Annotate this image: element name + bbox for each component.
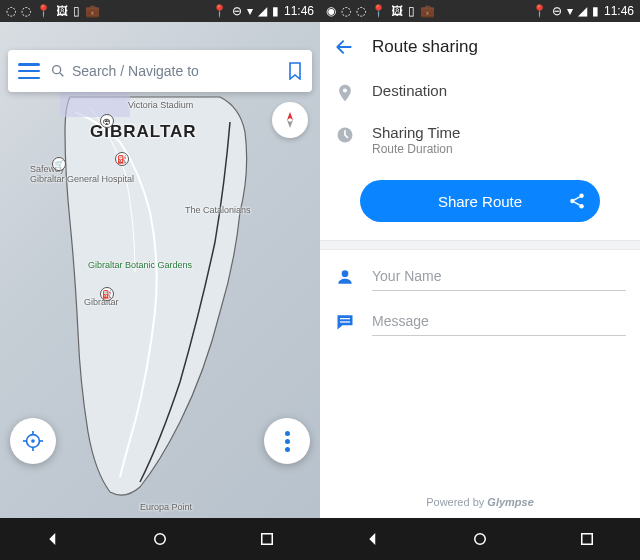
sharing-time-row[interactable]: Sharing Time Route Duration xyxy=(320,114,640,166)
bulb-icon: ◌ xyxy=(6,5,16,17)
message-field[interactable] xyxy=(372,307,626,336)
search-input[interactable]: Search / Navigate to xyxy=(50,63,278,79)
svg-point-15 xyxy=(579,194,584,199)
status-bar: ◌ ◌ 📍 🖼 ▯ 💼 📍 ⊖ ▾ ◢ ▮ 11:46 xyxy=(0,0,320,22)
spacer xyxy=(320,340,640,486)
back-arrow-icon[interactable] xyxy=(334,37,354,57)
person-icon xyxy=(334,266,356,288)
screen-header: Route sharing xyxy=(320,22,640,72)
wifi-icon: ▾ xyxy=(247,5,253,17)
status-icons-right: 📍 ⊖ ▾ ◢ ▮ 11:46 xyxy=(212,5,314,17)
more-button[interactable] xyxy=(264,418,310,464)
search-bar[interactable]: Search / Navigate to xyxy=(8,50,312,92)
svg-point-13 xyxy=(343,88,347,92)
battery-icon: ▮ xyxy=(272,5,279,17)
svg-point-6 xyxy=(31,439,35,443)
pin-icon: 📍 xyxy=(36,5,51,17)
section-divider xyxy=(320,240,640,250)
sharing-time-label: Sharing Time xyxy=(372,124,460,141)
compass-icon xyxy=(280,110,300,130)
map-label-europa: Europa Point xyxy=(140,502,192,512)
name-input-row xyxy=(320,250,640,295)
share-route-button[interactable]: Share Route xyxy=(360,180,600,222)
powered-prefix: Powered by xyxy=(426,496,487,508)
map-label-catalonians: The Catalonians xyxy=(185,205,251,215)
pin-icon: 📍 xyxy=(212,5,227,17)
clock: 11:46 xyxy=(284,5,314,17)
search-placeholder: Search / Navigate to xyxy=(72,63,199,79)
powered-brand: Glympse xyxy=(487,496,533,508)
svg-point-16 xyxy=(570,199,575,204)
back-button[interactable] xyxy=(343,524,403,554)
map-screen: ◌ ◌ 📍 🖼 ▯ 💼 📍 ⊖ ▾ ◢ ▮ 11:46 Victori xyxy=(0,0,320,560)
svg-point-23 xyxy=(475,534,486,545)
compass-button[interactable] xyxy=(272,102,308,138)
map-label-hospital: Gibraltar General Hospital xyxy=(30,174,134,184)
recent-button[interactable] xyxy=(237,524,297,554)
map-label-botanic: Gibraltar Botanic Gardens xyxy=(88,260,192,270)
svg-point-1 xyxy=(53,66,61,74)
svg-rect-0 xyxy=(60,92,130,117)
search-icon xyxy=(50,63,66,79)
svg-point-20 xyxy=(342,270,349,277)
share-button-label: Share Route xyxy=(438,193,522,210)
poi-icon[interactable]: 🏟 xyxy=(100,114,114,128)
poi-icon[interactable]: ⛽ xyxy=(115,152,129,166)
svg-line-2 xyxy=(60,73,63,76)
name-field[interactable] xyxy=(372,262,626,291)
bookmark-icon[interactable] xyxy=(288,62,302,80)
tablet-icon: ▯ xyxy=(73,5,80,17)
poi-icon[interactable]: ⛽ xyxy=(100,287,114,301)
svg-point-17 xyxy=(579,204,584,209)
home-button[interactable] xyxy=(130,524,190,554)
destination-label: Destination xyxy=(372,82,447,99)
map-label-stadium: Victoria Stadium xyxy=(128,100,193,110)
route-sharing-content: Route sharing Destination Sharing Time R… xyxy=(320,0,640,518)
briefcase-icon: 💼 xyxy=(85,5,100,17)
message-input-row xyxy=(320,295,640,340)
android-nav-bar xyxy=(0,518,320,560)
svg-line-19 xyxy=(574,202,579,205)
bulb-icon: ◌ xyxy=(21,5,31,17)
svg-line-18 xyxy=(574,197,579,200)
dnd-icon: ⊖ xyxy=(232,5,242,17)
share-icon xyxy=(568,192,586,210)
map-canvas[interactable]: Victoria Stadium GIBRALTAR Safeway Gibra… xyxy=(0,22,320,518)
destination-row[interactable]: Destination xyxy=(320,72,640,114)
pin-icon xyxy=(334,82,356,104)
clock-icon xyxy=(334,124,356,146)
signal-icon: ◢ xyxy=(258,5,267,17)
locate-button[interactable] xyxy=(10,418,56,464)
image-icon: 🖼 xyxy=(56,5,68,17)
svg-marker-3 xyxy=(287,112,293,120)
poi-icon[interactable]: 🛒 xyxy=(52,157,66,171)
powered-by: Powered by Glympse xyxy=(320,486,640,518)
android-nav-bar xyxy=(320,518,640,560)
crosshair-icon xyxy=(22,430,44,452)
sharing-time-sub: Route Duration xyxy=(372,142,460,156)
svg-rect-12 xyxy=(261,534,272,545)
peninsula-shape xyxy=(40,92,260,502)
menu-icon[interactable] xyxy=(18,63,40,79)
route-sharing-screen: ◉ ◌ ◌ 📍 🖼 ▯ 💼 📍 ⊖ ▾ ◢ ▮ 11:46 Route shar… xyxy=(320,0,640,560)
back-button[interactable] xyxy=(23,524,83,554)
home-button[interactable] xyxy=(450,524,510,554)
svg-rect-24 xyxy=(581,534,592,545)
status-icons-left: ◌ ◌ 📍 🖼 ▯ 💼 xyxy=(6,5,100,17)
recent-button[interactable] xyxy=(557,524,617,554)
page-title: Route sharing xyxy=(372,37,478,57)
svg-marker-4 xyxy=(287,120,293,128)
svg-point-11 xyxy=(155,534,166,545)
message-icon xyxy=(334,311,356,333)
